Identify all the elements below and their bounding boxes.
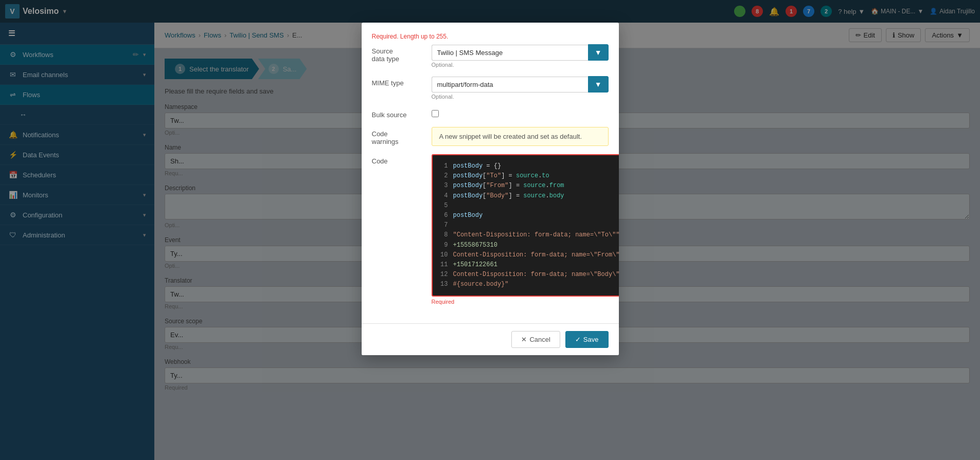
code-line: 5 xyxy=(439,201,619,211)
line-text: +15017122661 xyxy=(453,260,497,270)
line-number: 2 xyxy=(439,171,448,181)
line-text: postBody["Body"] = source.body xyxy=(453,191,564,201)
code-line: 4postBody["Body"] = source.body xyxy=(439,191,619,201)
cancel-button[interactable]: ✕ Cancel xyxy=(511,331,560,348)
code-line: 11+15017122661 xyxy=(439,260,619,270)
line-text: "Content-Disposition: form-data; name=\"… xyxy=(453,230,619,240)
code-line: 13#{source.body}" xyxy=(439,280,619,289)
line-text: #{source.body}" xyxy=(453,280,509,289)
mime-type-input-wrap: ▼ xyxy=(432,76,609,93)
modal-field-mime-type: MIME type ▼ Optional. xyxy=(372,76,609,100)
code-warnings-content: A new snippet will be created and set as… xyxy=(432,127,609,146)
cancel-icon: ✕ xyxy=(521,336,527,343)
mime-type-optional: Optional. xyxy=(432,94,609,100)
line-number: 5 xyxy=(439,201,448,211)
code-content: 1postBody = {}2postBody["To"] = source.t… xyxy=(432,154,619,305)
code-required: Required xyxy=(432,299,619,305)
source-data-type-input-wrap: ▼ xyxy=(432,44,609,61)
line-text: Content-Disposition: form-data; name=\"B… xyxy=(453,270,619,280)
code-editor[interactable]: 1postBody = {}2postBody["To"] = source.t… xyxy=(433,155,619,296)
line-number: 1 xyxy=(439,161,448,171)
code-line: 1postBody = {} xyxy=(439,161,619,171)
source-data-type-input[interactable] xyxy=(432,45,588,61)
code-warning-text: A new snippet will be created and set as… xyxy=(439,133,582,140)
code-line: 12Content-Disposition: form-data; name=\… xyxy=(439,270,619,280)
line-text: postBody xyxy=(453,211,483,220)
bulk-source-label: Bulk source xyxy=(372,108,423,119)
line-text: Content-Disposition: form-data; name=\"F… xyxy=(453,250,619,260)
code-line: 3postBody["From"] = source.from xyxy=(439,181,619,191)
mime-type-content: ▼ Optional. xyxy=(432,76,609,100)
source-data-type-content: ▼ Optional. xyxy=(432,44,609,68)
line-number: 7 xyxy=(439,220,448,230)
line-number: 11 xyxy=(439,260,448,270)
code-line: 10Content-Disposition: form-data; name=\… xyxy=(439,250,619,260)
mime-type-dropdown-button[interactable]: ▼ xyxy=(588,76,609,93)
modal-field-bulk-source: Bulk source xyxy=(372,108,609,119)
code-line: 8"Content-Disposition: form-data; name=\… xyxy=(439,230,619,240)
code-label: Code xyxy=(372,154,423,305)
source-data-type-label: Sourcedata type xyxy=(372,44,423,68)
line-number: 10 xyxy=(439,250,448,260)
modal-body: Required. Length up to 255. Sourcedata t… xyxy=(362,23,619,323)
modal-field-source-data-type: Sourcedata type ▼ Optional. xyxy=(372,44,609,68)
code-warning-box: A new snippet will be created and set as… xyxy=(432,127,609,146)
mime-type-input[interactable] xyxy=(432,77,588,93)
line-text: postBody["To"] = source.to xyxy=(453,171,549,181)
line-number: 8 xyxy=(439,230,448,240)
line-number: 12 xyxy=(439,270,448,280)
line-text: postBody = {} xyxy=(453,161,502,171)
bulk-source-content xyxy=(432,108,609,119)
modal-field-code: Code 1postBody = {}2postBody["To"] = sou… xyxy=(372,154,609,305)
line-number: 9 xyxy=(439,241,448,250)
line-number: 4 xyxy=(439,191,448,201)
source-data-type-dropdown-button[interactable]: ▼ xyxy=(588,44,609,61)
line-number: 3 xyxy=(439,181,448,191)
code-warnings-label: Codewarnings xyxy=(372,127,423,146)
bulk-source-checkbox-wrap xyxy=(432,110,609,117)
save-button[interactable]: ✓ Save xyxy=(565,331,609,348)
bulk-source-checkbox[interactable] xyxy=(432,110,439,117)
source-data-type-optional: Optional. xyxy=(432,62,609,68)
line-number: 13 xyxy=(439,280,448,289)
line-text: +15558675310 xyxy=(453,241,497,250)
code-line: 9+15558675310 xyxy=(439,241,619,250)
error-text: Required. Length up to 255. xyxy=(372,33,609,40)
code-line: 2postBody["To"] = source.to xyxy=(439,171,619,181)
modal: Required. Length up to 255. Sourcedata t… xyxy=(362,23,619,355)
line-number: 6 xyxy=(439,211,448,220)
modal-overlay: Required. Length up to 255. Sourcedata t… xyxy=(0,0,980,460)
modal-field-code-warnings: Codewarnings A new snippet will be creat… xyxy=(372,127,609,146)
mime-type-label: MIME type xyxy=(372,76,423,100)
line-text: postBody["From"] = source.from xyxy=(453,181,564,191)
code-line: 6postBody xyxy=(439,211,619,220)
code-line: 7 xyxy=(439,220,619,230)
save-check-icon: ✓ xyxy=(575,336,581,343)
code-wrap: 1postBody = {}2postBody["To"] = source.t… xyxy=(432,154,619,297)
modal-footer: ✕ Cancel ✓ Save xyxy=(362,323,619,355)
